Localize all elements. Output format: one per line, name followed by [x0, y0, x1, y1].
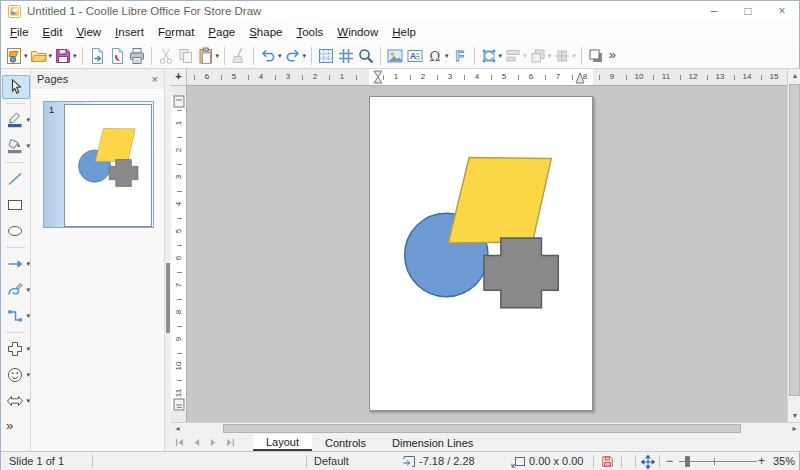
paste-button[interactable]: ▾ — [196, 44, 221, 68]
block-arrows-button[interactable]: ▾ — [2, 389, 30, 413]
select-button[interactable] — [2, 75, 30, 99]
fit-slide-icon[interactable] — [641, 452, 655, 470]
special-character-button[interactable]: Ω▾ — [425, 44, 450, 68]
minimize-button[interactable]: – — [697, 1, 731, 21]
scroll-up-icon[interactable]: ▲ — [788, 69, 800, 82]
dropdown-arrow-icon[interactable]: ▾ — [49, 52, 53, 60]
basic-shapes-button[interactable]: ▾ — [2, 337, 30, 361]
menu-format[interactable]: Format — [151, 24, 201, 40]
symbol-shapes-button[interactable]: ▾ — [2, 363, 30, 387]
rectangle-button[interactable] — [2, 193, 30, 217]
tab-layout[interactable]: Layout — [253, 434, 312, 451]
zoom-in-button[interactable]: + — [758, 452, 765, 470]
dropdown-arrow-icon[interactable]: ▾ — [24, 52, 28, 60]
arrange-button[interactable]: ▾ — [528, 44, 553, 68]
horizontal-ruler[interactable]: 654321123456789101112131415 — [187, 69, 787, 86]
vertical-scrollbar-thumb[interactable] — [789, 84, 800, 396]
ellipse-button[interactable] — [2, 219, 30, 243]
tab-dimension-lines[interactable]: Dimension Lines — [379, 434, 486, 451]
fontwork-button[interactable]: F — [450, 44, 470, 68]
dropdown-arrow-icon[interactable]: ▾ — [73, 52, 77, 60]
dropdown-arrow-icon[interactable]: ▾ — [26, 345, 30, 353]
print-button[interactable] — [127, 44, 147, 68]
top-margin-marker-icon[interactable] — [173, 95, 185, 108]
tab-controls[interactable]: Controls — [312, 434, 379, 451]
menu-shape[interactable]: Shape — [242, 24, 289, 40]
lines-and-arrows-button[interactable]: ▾ — [2, 252, 30, 276]
zoom-out-button[interactable]: − — [666, 452, 673, 470]
zoom-slider-track[interactable] — [679, 461, 757, 462]
display-grid-button[interactable] — [316, 44, 336, 68]
cut-button[interactable] — [156, 44, 176, 68]
menu-file[interactable]: File — [3, 24, 36, 40]
insert-text-box-button[interactable]: A — [405, 44, 425, 68]
insert-image-button[interactable] — [385, 44, 405, 68]
vertical-ruler[interactable]: 1234567891011 — [171, 86, 187, 422]
save-button[interactable]: ▾ — [53, 44, 78, 68]
yellow-parallelogram-shape[interactable] — [448, 158, 551, 243]
fill-color-button[interactable]: ▾ — [2, 134, 30, 158]
menu-edit[interactable]: Edit — [36, 24, 70, 40]
transformations-button[interactable]: ▾ — [479, 44, 504, 68]
zoom-button[interactable] — [356, 44, 376, 68]
scroll-down-icon[interactable]: ▼ — [788, 409, 800, 422]
maximize-button[interactable]: □ — [731, 1, 765, 21]
horizontal-scrollbar[interactable]: ◂ ▸ — [171, 422, 800, 434]
dropdown-arrow-icon[interactable]: ▾ — [26, 312, 30, 320]
close-button[interactable]: × — [765, 1, 799, 21]
connectors-button[interactable]: ▾ — [2, 304, 30, 328]
dropdown-arrow-icon[interactable]: ▾ — [26, 397, 30, 405]
export-button[interactable] — [87, 44, 107, 68]
dropdown-arrow-icon[interactable]: ▾ — [26, 286, 30, 294]
dropdown-arrow-icon[interactable]: ▾ — [26, 142, 30, 150]
dropdown-arrow-icon[interactable]: ▾ — [216, 52, 220, 60]
previous-page-button[interactable] — [188, 434, 205, 451]
dropdown-arrow-icon[interactable]: ▾ — [445, 52, 449, 60]
page-thumbnail[interactable]: 1 — [43, 101, 154, 228]
canvas-workspace[interactable] — [187, 86, 787, 422]
menu-view[interactable]: View — [69, 24, 108, 40]
menu-tools[interactable]: Tools — [289, 24, 330, 40]
distribute-button[interactable]: ▾ — [552, 44, 577, 68]
snap-guides-button[interactable] — [336, 44, 356, 68]
dropdown-arrow-icon[interactable]: ▾ — [499, 52, 503, 60]
first-page-button[interactable] — [171, 434, 188, 451]
last-page-button[interactable] — [222, 434, 239, 451]
drawing-page[interactable] — [369, 96, 593, 411]
dropdown-arrow-icon[interactable]: ▾ — [26, 260, 30, 268]
curves-polygons-button[interactable]: ▾ — [2, 278, 30, 302]
panel-splitter[interactable] — [164, 69, 171, 451]
dropdown-arrow-icon[interactable]: ▾ — [278, 52, 282, 60]
line-color-button[interactable]: ▾ — [2, 108, 30, 132]
menu-page[interactable]: Page — [201, 24, 242, 40]
dropdown-arrow-icon[interactable]: ▾ — [303, 52, 307, 60]
gray-cross-shape[interactable] — [484, 238, 558, 308]
redo-button[interactable]: ▾ — [283, 44, 308, 68]
pages-panel-close-icon[interactable]: × — [152, 73, 158, 85]
menu-window[interactable]: Window — [330, 24, 385, 40]
export-pdf-button[interactable] — [107, 44, 127, 68]
palette-overflow-button[interactable]: » — [2, 415, 30, 439]
copy-button[interactable] — [176, 44, 196, 68]
horizontal-scrollbar-thumb[interactable] — [223, 424, 741, 433]
dropdown-arrow-icon[interactable]: ▾ — [572, 52, 576, 60]
align-button[interactable]: ▾ — [503, 44, 528, 68]
dropdown-arrow-icon[interactable]: ▾ — [548, 52, 552, 60]
next-page-button[interactable] — [205, 434, 222, 451]
menu-insert[interactable]: Insert — [108, 24, 151, 40]
undo-button[interactable]: ▾ — [258, 44, 283, 68]
document-modified-icon[interactable] — [601, 452, 614, 470]
new-document-button[interactable]: ▾ — [4, 44, 29, 68]
open-button[interactable]: ▾ — [29, 44, 54, 68]
tab-stop-selector[interactable]: + — [171, 69, 187, 86]
toolbar-overflow-button[interactable]: » — [606, 44, 619, 68]
clone-formatting-button[interactable] — [229, 44, 249, 68]
left-indent-marker-icon[interactable] — [373, 70, 383, 84]
dropdown-arrow-icon[interactable]: ▾ — [523, 52, 527, 60]
dropdown-arrow-icon[interactable]: ▾ — [26, 116, 30, 124]
zoom-level[interactable]: 35% — [773, 452, 795, 470]
dropdown-arrow-icon[interactable]: ▾ — [26, 371, 30, 379]
zoom-slider-thumb[interactable] — [685, 456, 690, 467]
shadow-button[interactable] — [586, 44, 606, 68]
insert-line-button[interactable] — [2, 167, 30, 191]
